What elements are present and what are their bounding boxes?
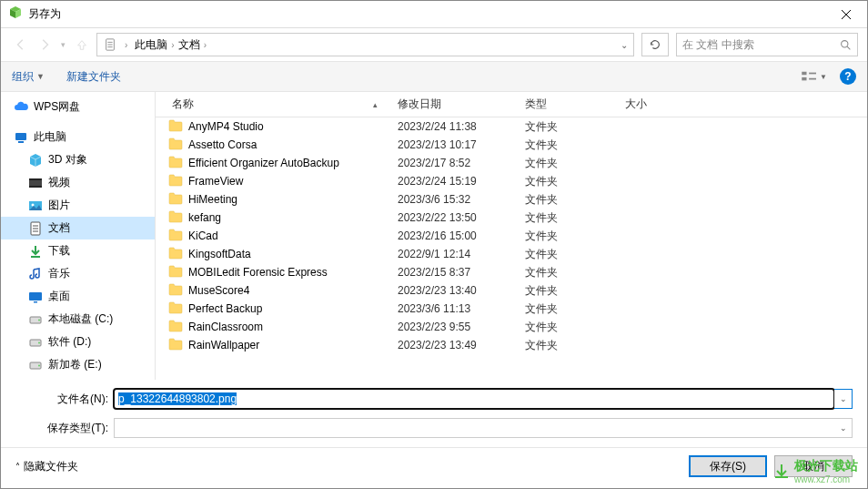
file-row[interactable]: kefang2023/2/22 13:50文件夹 bbox=[156, 209, 867, 227]
video-icon bbox=[28, 176, 43, 190]
file-name: RainWallpaper bbox=[188, 339, 259, 351]
chevron-down-icon: ▼ bbox=[36, 72, 45, 81]
file-row[interactable]: Perfect Backup2023/3/6 11:13文件夹 bbox=[156, 300, 867, 318]
save-button[interactable]: 保存(S) bbox=[689, 455, 767, 477]
file-name: KingsoftData bbox=[188, 248, 251, 260]
filename-label: 文件名(N): bbox=[15, 392, 114, 407]
file-pane: 名称 ▴ 修改日期 类型 大小 AnyMP4 Studio2023/2/24 1… bbox=[156, 92, 867, 380]
close-button[interactable] bbox=[825, 1, 867, 28]
new-folder-button[interactable]: 新建文件夹 bbox=[66, 69, 121, 85]
file-name: MOBILedit Forensic Express bbox=[188, 266, 328, 279]
breadcrumb-item[interactable]: 此电脑 bbox=[135, 37, 167, 53]
desktop-icon bbox=[28, 290, 43, 304]
sidebar-item-label: 下载 bbox=[48, 243, 70, 259]
chevron-right-icon: › bbox=[125, 40, 127, 50]
sidebar-item-label: 桌面 bbox=[48, 289, 70, 304]
folder-icon bbox=[168, 338, 183, 353]
column-type[interactable]: 类型 bbox=[518, 97, 618, 112]
chevron-down-icon[interactable]: ⌄ bbox=[621, 40, 628, 50]
organize-menu[interactable]: 组织 ▼ bbox=[12, 69, 45, 85]
sidebar-item-label: 本地磁盘 (C:) bbox=[48, 311, 113, 327]
file-type: 文件夹 bbox=[518, 210, 618, 226]
search-input[interactable]: 在 文档 中搜索 bbox=[676, 33, 858, 56]
sidebar-item[interactable]: 3D 对象 bbox=[1, 148, 155, 171]
file-row[interactable]: RainClassroom2023/2/23 9:55文件夹 bbox=[156, 318, 867, 336]
column-headers: 名称 ▴ 修改日期 类型 大小 bbox=[156, 92, 867, 117]
folder-icon bbox=[168, 192, 183, 208]
file-row[interactable]: Efficient Organizer AutoBackup2023/2/17 … bbox=[156, 154, 867, 172]
hide-folders-toggle[interactable]: ˄ 隐藏文件夹 bbox=[15, 459, 78, 474]
column-name[interactable]: 名称 ▴ bbox=[165, 97, 390, 112]
sidebar: WPS网盘此电脑3D 对象视频图片文档下载音乐桌面本地磁盘 (C:)软件 (D:… bbox=[1, 92, 156, 380]
search-placeholder: 在 文档 中搜索 bbox=[682, 37, 754, 53]
sidebar-item[interactable]: WPS网盘 bbox=[1, 96, 155, 118]
filename-dropdown-button[interactable]: ⌄ bbox=[834, 389, 853, 409]
back-button[interactable] bbox=[10, 34, 32, 56]
refresh-button[interactable] bbox=[641, 33, 669, 56]
file-type: 文件夹 bbox=[518, 174, 618, 189]
disk-icon bbox=[28, 312, 43, 327]
chevron-right-icon: › bbox=[204, 40, 207, 50]
column-size[interactable]: 大小 bbox=[618, 97, 691, 112]
file-date: 2023/2/23 13:40 bbox=[390, 284, 518, 297]
svg-rect-11 bbox=[18, 141, 24, 143]
filename-input[interactable] bbox=[114, 389, 834, 409]
svg-rect-6 bbox=[802, 72, 806, 76]
file-date: 2023/2/24 15:19 bbox=[390, 175, 518, 188]
svg-rect-14 bbox=[29, 186, 42, 188]
file-row[interactable]: KiCad2023/2/16 15:00文件夹 bbox=[156, 227, 867, 245]
file-row[interactable]: MuseScore42023/2/23 13:40文件夹 bbox=[156, 281, 867, 300]
up-button[interactable] bbox=[71, 34, 93, 56]
filetype-row: 保存类型(T): ⌄ bbox=[15, 418, 853, 438]
image-icon bbox=[28, 199, 43, 213]
sidebar-item[interactable]: 下载 bbox=[1, 239, 155, 262]
file-name: FrameView bbox=[188, 175, 243, 188]
disk-icon bbox=[28, 358, 43, 372]
chevron-up-icon: ˄ bbox=[15, 462, 20, 472]
sidebar-item[interactable]: 视频 bbox=[1, 171, 155, 194]
help-icon[interactable]: ? bbox=[840, 68, 856, 85]
sidebar-item[interactable]: 新加卷 (E:) bbox=[1, 353, 155, 376]
chevron-down-icon: ▼ bbox=[820, 73, 827, 81]
file-type: 文件夹 bbox=[518, 119, 618, 135]
file-row[interactable]: HiMeeting2023/3/6 15:32文件夹 bbox=[156, 190, 867, 209]
form-area: 文件名(N): ⌄ 保存类型(T): ⌄ bbox=[1, 380, 867, 438]
column-date[interactable]: 修改日期 bbox=[390, 97, 518, 112]
filetype-dropdown-button[interactable]: ⌄ bbox=[834, 418, 853, 438]
filetype-select[interactable] bbox=[114, 418, 834, 438]
folder-icon bbox=[168, 265, 183, 280]
file-type: 文件夹 bbox=[518, 265, 618, 280]
cancel-button[interactable]: 取消 bbox=[774, 455, 853, 477]
sidebar-item[interactable]: 桌面 bbox=[1, 285, 155, 308]
sidebar-item[interactable]: 此电脑 bbox=[1, 126, 155, 148]
pc-icon bbox=[14, 130, 28, 145]
file-row[interactable]: FrameView2023/2/24 15:19文件夹 bbox=[156, 172, 867, 190]
sidebar-item-label: 图片 bbox=[48, 198, 70, 213]
file-list[interactable]: AnyMP4 Studio2023/2/24 11:38文件夹Assetto C… bbox=[156, 117, 867, 380]
file-row[interactable]: MOBILedit Forensic Express2023/2/15 8:37… bbox=[156, 263, 867, 281]
file-row[interactable]: RainWallpaper2023/2/23 13:49文件夹 bbox=[156, 336, 867, 354]
svg-point-29 bbox=[38, 364, 40, 366]
sidebar-item[interactable]: 图片 bbox=[1, 194, 155, 217]
folder-icon bbox=[168, 156, 183, 171]
nav-arrows: ▾ bbox=[10, 34, 93, 56]
svg-rect-13 bbox=[29, 178, 42, 180]
recent-dropdown-icon[interactable]: ▾ bbox=[61, 40, 66, 49]
address-bar[interactable]: › 此电脑 › 文档 › ⌄ bbox=[96, 33, 634, 56]
file-row[interactable]: AnyMP4 Studio2023/2/24 11:38文件夹 bbox=[156, 117, 867, 136]
file-row[interactable]: KingsoftData2022/9/1 12:14文件夹 bbox=[156, 245, 867, 263]
sidebar-item[interactable]: 文档 bbox=[1, 217, 155, 239]
sidebar-item[interactable]: 软件 (D:) bbox=[1, 331, 155, 353]
view-options-button[interactable]: ▼ bbox=[802, 70, 827, 83]
forward-button[interactable] bbox=[34, 34, 56, 56]
file-date: 2022/9/1 12:14 bbox=[390, 248, 518, 260]
sidebar-item[interactable]: 音乐 bbox=[1, 262, 155, 285]
file-name: MuseScore4 bbox=[188, 284, 249, 297]
file-row[interactable]: Assetto Corsa2023/2/13 10:17文件夹 bbox=[156, 136, 867, 154]
sidebar-item[interactable]: 本地磁盘 (C:) bbox=[1, 308, 155, 331]
cube-icon bbox=[28, 153, 43, 168]
sidebar-item-label: WPS网盘 bbox=[34, 99, 80, 115]
sort-indicator-icon: ▴ bbox=[373, 100, 378, 109]
folder-icon bbox=[168, 174, 183, 189]
breadcrumb-item[interactable]: 文档 bbox=[178, 37, 200, 53]
